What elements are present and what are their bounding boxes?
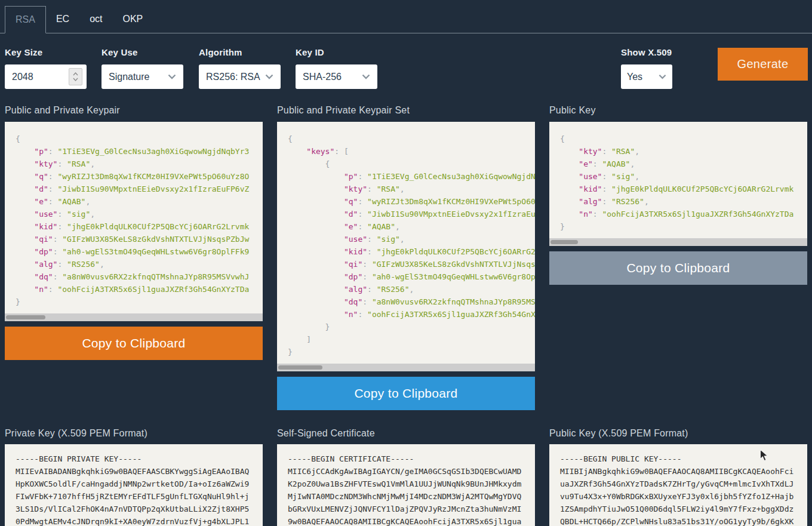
cert-codebox[interactable]: -----BEGIN CERTIFICATE-----MIIC6jCCAdKgA… [277, 444, 535, 526]
public-pem-title: Public Key (X.509 PEM Format) [549, 428, 688, 439]
tab-okp[interactable]: OKP [112, 6, 153, 33]
public-key-json: { "kty": "RSA", "e": "AQAB", "use": "sig… [560, 133, 807, 233]
app-root: RSA EC oct OKP Key Size 2048 Key Use Sig… [0, 0, 812, 526]
chevron-down-icon [168, 74, 176, 79]
algorithm-label: Algorithm [199, 48, 281, 57]
public-key-codebox[interactable]: { "kty": "RSA", "e": "AQAB", "use": "sig… [549, 122, 807, 246]
scrollbar-thumb[interactable] [6, 315, 45, 319]
public-pem-text: -----BEGIN PUBLIC KEY-----MIIBIjANBgkqhk… [560, 453, 807, 526]
algorithm-select[interactable]: RS256: RSA [199, 64, 281, 89]
key-size-spinner[interactable] [69, 68, 82, 85]
keypair-set-json: { "keys": [ { "p": "1TiE3EVg_G0lCecNsu3a… [288, 133, 535, 358]
public-key-hscrollbar[interactable] [549, 238, 807, 246]
key-use-label: Key Use [102, 48, 183, 57]
public-key-title: Public Key [549, 105, 596, 116]
private-pem-title: Private Key (X.509 PEM Format) [5, 428, 147, 439]
keypair-set-hscrollbar[interactable] [277, 364, 535, 371]
show-x509-field: Show X.509 Yes [621, 48, 672, 89]
algorithm-value: RS256: RSA [206, 72, 260, 82]
cert-title: Self-Signed Certificate [277, 428, 375, 439]
key-id-field: Key ID SHA-256 [296, 48, 377, 89]
cert-text: -----BEGIN CERTIFICATE-----MIIC6jCCAdKgA… [288, 453, 535, 526]
copy-public-key-button[interactable]: Copy to Clipboard [549, 251, 807, 285]
tab-oct[interactable]: oct [79, 6, 112, 33]
tab-rsa[interactable]: RSA [5, 6, 46, 33]
key-size-field: Key Size 2048 [5, 48, 87, 89]
private-pem-text: -----BEGIN PRIVATE KEY-----MIIEvAIBADANB… [16, 453, 263, 526]
keypair-set-codebox[interactable]: { "keys": [ { "p": "1TiE3EVg_G0lCecNsu3a… [277, 122, 535, 371]
key-id-value: SHA-256 [303, 72, 342, 82]
chevron-down-icon [265, 74, 273, 79]
copy-keypair-set-button[interactable]: Copy to Clipboard [277, 377, 535, 410]
key-size-input[interactable]: 2048 [5, 64, 87, 89]
keypair-title: Public and Private Keypair [5, 105, 120, 116]
key-use-select[interactable]: Signature [102, 64, 183, 89]
key-size-label: Key Size [5, 48, 87, 57]
show-x509-value: Yes [627, 72, 642, 82]
spinner-up-icon [73, 72, 78, 76]
keypair-hscrollbar[interactable] [5, 313, 263, 321]
keypair-codebox[interactable]: { "p": "1TiE3EVg_G0lCecNsu3agh0XiGqwowNg… [5, 122, 263, 321]
spinner-down-icon [73, 78, 78, 81]
keypair-json: { "p": "1TiE3EVg_G0lCecNsu3agh0XiGqwowNg… [16, 133, 263, 308]
chevron-down-icon [659, 74, 666, 79]
scrollbar-thumb[interactable] [550, 240, 578, 244]
tab-ec[interactable]: EC [46, 6, 79, 33]
key-type-tabbar: RSA EC oct OKP [0, 6, 812, 33]
private-pem-codebox[interactable]: -----BEGIN PRIVATE KEY-----MIIEvAIBADANB… [5, 444, 263, 526]
chevron-down-icon [362, 74, 370, 79]
key-id-label: Key ID [296, 48, 377, 57]
algorithm-field: Algorithm RS256: RSA [199, 48, 281, 89]
show-x509-select[interactable]: Yes [621, 64, 672, 89]
key-use-field: Key Use Signature [102, 48, 183, 89]
key-use-value: Signature [109, 72, 150, 82]
scrollbar-thumb[interactable] [278, 365, 322, 370]
show-x509-label: Show X.509 [621, 48, 672, 57]
key-size-value: 2048 [12, 72, 33, 82]
generate-button[interactable]: Generate [718, 48, 808, 81]
copy-keypair-button[interactable]: Copy to Clipboard [5, 327, 263, 360]
keypair-set-title: Public and Private Keypair Set [277, 105, 410, 116]
public-pem-codebox[interactable]: -----BEGIN PUBLIC KEY-----MIIBIjANBgkqhk… [549, 444, 807, 526]
key-id-select[interactable]: SHA-256 [296, 64, 377, 89]
